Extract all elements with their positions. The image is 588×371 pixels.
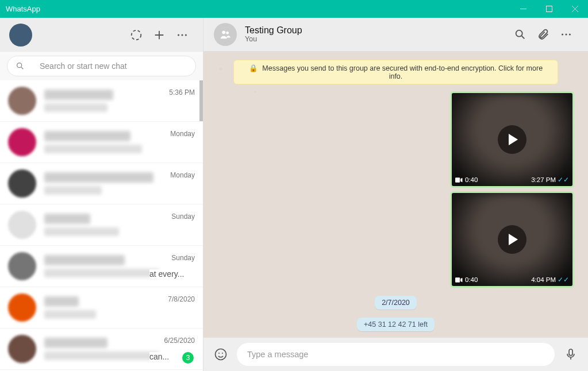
new-chat-icon[interactable] — [148, 24, 171, 47]
svg-rect-12 — [455, 177, 460, 183]
svg-point-10 — [565, 33, 567, 35]
window-close-button[interactable] — [562, 0, 588, 18]
unread-badge: 3 — [182, 352, 194, 364]
left-panel: 5:36 PM Monday Monday Sunday at every... — [0, 18, 203, 371]
play-icon[interactable] — [498, 225, 526, 254]
chat-list-item[interactable]: Monday — [0, 163, 203, 204]
system-pill: +45 31 12 42 71 left — [357, 318, 435, 331]
message-row: 0:40 3:27 PM ✓✓ — [217, 91, 574, 188]
group-avatar-icon — [214, 23, 237, 46]
chat-list-item[interactable]: Sunday — [0, 204, 203, 246]
chat-time: 6/25/2020 — [164, 337, 195, 345]
chat-list-item[interactable]: at every... Sunday — [0, 246, 203, 287]
composer-bar — [203, 338, 588, 371]
conversation-title: Testing Group — [245, 25, 302, 36]
left-header — [0, 18, 203, 52]
chat-avatar — [8, 169, 36, 198]
my-avatar[interactable] — [9, 24, 32, 47]
video-camera-icon — [455, 177, 463, 183]
right-panel: Testing Group You 🔒 Messages you send to… — [203, 18, 588, 371]
message-input[interactable] — [237, 343, 555, 366]
video-message[interactable]: 0:40 4:04 PM ✓✓ — [450, 191, 574, 288]
svg-point-9 — [562, 33, 563, 35]
chat-preview-suffix: can... — [149, 352, 169, 361]
video-duration: 0:40 — [455, 276, 478, 283]
svg-rect-13 — [455, 277, 460, 283]
title-bar: WhatsApp — [0, 0, 588, 18]
encryption-text: Messages you send to this group are secu… — [262, 64, 543, 80]
status-icon[interactable] — [125, 24, 148, 47]
read-ticks-icon: ✓✓ — [558, 176, 569, 184]
chat-preview-suffix: at every... — [149, 269, 184, 279]
svg-point-11 — [569, 33, 571, 35]
read-ticks-icon: ✓✓ — [558, 276, 569, 284]
chat-time: 5:36 PM — [169, 88, 195, 96]
microphone-icon[interactable] — [562, 345, 580, 364]
date-pill: 2/7/2020 — [375, 296, 417, 310]
chat-avatar — [8, 87, 36, 115]
message-timestamp: 3:27 PM ✓✓ — [531, 176, 569, 184]
svg-point-6 — [222, 30, 225, 34]
chat-list-item[interactable]: 5:36 PM — [0, 80, 203, 122]
svg-point-3 — [181, 34, 183, 36]
play-icon[interactable] — [498, 125, 526, 154]
svg-point-8 — [516, 30, 522, 37]
svg-point-1 — [132, 30, 141, 40]
svg-point-7 — [226, 32, 229, 34]
attach-icon[interactable] — [532, 23, 555, 46]
chat-time: Monday — [170, 130, 195, 138]
lock-icon: 🔒 — [249, 64, 258, 72]
svg-point-5 — [17, 63, 22, 68]
chat-avatar — [8, 211, 36, 239]
message-timestamp: 4:04 PM ✓✓ — [531, 276, 569, 284]
system-message: +45 31 12 42 71 left — [217, 318, 574, 331]
chat-list-item[interactable]: can... 3 6/25/2020 — [0, 329, 203, 370]
emoji-icon[interactable] — [212, 345, 230, 364]
menu-icon[interactable] — [171, 24, 194, 47]
chat-avatar — [8, 252, 36, 280]
search-bar — [0, 52, 203, 80]
window-controls — [510, 0, 588, 18]
svg-point-14 — [216, 349, 226, 360]
svg-point-4 — [185, 34, 187, 36]
chat-list-item[interactable]: Monday — [0, 122, 203, 163]
chat-time: Sunday — [171, 254, 195, 262]
chat-avatar — [8, 335, 36, 363]
chat-avatar — [8, 293, 36, 322]
search-icon — [16, 61, 25, 71]
app-title: WhatsApp — [6, 5, 510, 13]
chat-avatar — [8, 128, 36, 156]
conversation-body[interactable]: 🔒 Messages you send to this group are se… — [203, 52, 588, 338]
conversation-header[interactable]: Testing Group You — [203, 18, 588, 52]
svg-rect-17 — [569, 349, 572, 355]
video-message[interactable]: 0:40 3:27 PM ✓✓ — [450, 91, 574, 188]
message-row: 0:40 4:04 PM ✓✓ — [217, 191, 574, 288]
svg-point-15 — [218, 353, 220, 354]
chat-time: Sunday — [171, 212, 195, 221]
svg-rect-0 — [547, 6, 552, 12]
search-input[interactable] — [40, 61, 187, 71]
chat-list[interactable]: 5:36 PM Monday Monday Sunday at every... — [0, 80, 203, 371]
svg-point-2 — [178, 34, 179, 36]
video-camera-icon — [455, 277, 463, 283]
chat-list-item[interactable]: 7/8/2020 — [0, 287, 203, 329]
conversation-subtitle: You — [245, 35, 302, 44]
search-box[interactable] — [7, 56, 196, 76]
video-duration: 0:40 — [455, 176, 478, 183]
date-separator: 2/7/2020 — [217, 296, 574, 310]
window-maximize-button[interactable] — [536, 0, 562, 18]
svg-point-16 — [222, 353, 223, 354]
conversation-menu-icon[interactable] — [555, 23, 578, 46]
encryption-banner[interactable]: 🔒 Messages you send to this group are se… — [233, 60, 558, 84]
chat-time: 7/8/2020 — [168, 295, 195, 303]
window-minimize-button[interactable] — [510, 0, 536, 18]
conversation-search-icon[interactable] — [509, 23, 532, 46]
chat-time: Monday — [170, 171, 195, 179]
